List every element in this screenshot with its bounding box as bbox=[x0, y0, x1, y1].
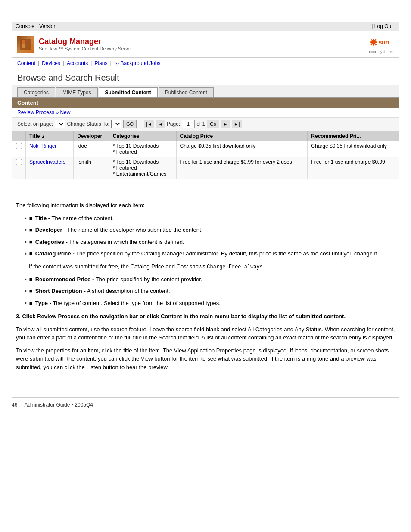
svg-rect-3 bbox=[26, 40, 29, 44]
row2-recommended-price: Free for 1 use and charge $0.99 bbox=[308, 157, 399, 179]
bullet-term-short-desc: Short Description - bbox=[35, 288, 86, 294]
page-title-section: Browse and Search Result bbox=[12, 69, 399, 85]
bullet-text-title: The name of the content. bbox=[52, 215, 114, 221]
footer-guide: Administrator Guide bbox=[24, 402, 70, 408]
nav-plans[interactable]: Plans bbox=[94, 60, 107, 66]
app-title: Catalog Manager bbox=[39, 37, 132, 46]
bullet-term-title: Title - bbox=[35, 215, 50, 221]
row2-title[interactable]: SpruceInvaders bbox=[29, 159, 65, 165]
app-window: Console | Version | Log Out | bbox=[12, 22, 399, 184]
tab-mime-types[interactable]: MIME Types bbox=[56, 87, 97, 97]
tabs-bar: Categories MIME Types Submitted Content … bbox=[12, 85, 399, 98]
bg-jobs-label: Background Jobs bbox=[121, 60, 161, 66]
bullet-text-recommended: The price specified by the content provi… bbox=[96, 276, 202, 283]
header-left: Catalog Manager Sun Java™ System Content… bbox=[17, 36, 132, 53]
tab-submitted-content[interactable]: Submitted Content bbox=[99, 87, 158, 97]
row2-catalog-price: Free for 1 use and charge $0.99 for ever… bbox=[176, 157, 308, 179]
clock-icon: ⊙ bbox=[114, 60, 119, 67]
main-content: The following information is displayed f… bbox=[12, 193, 399, 384]
app-subtitle: Sun Java™ System Content Delivery Server bbox=[39, 46, 132, 51]
svg-text:sun: sun bbox=[378, 38, 389, 46]
topbar-sep1: | bbox=[36, 23, 37, 29]
header-title-block: Catalog Manager Sun Java™ System Content… bbox=[39, 37, 132, 51]
list-item: ■ Developer - The name of the developer … bbox=[25, 226, 395, 234]
col-title[interactable]: Title bbox=[26, 131, 74, 141]
bullet-icon: ■ bbox=[29, 238, 33, 246]
content-table: Title Developer Categories Catalog Price… bbox=[12, 131, 399, 179]
step3-header-text: Click Review Process on the navigation b… bbox=[22, 313, 346, 320]
row1-categories: * Top 10 Downloads * Featured bbox=[109, 141, 176, 157]
row1-checkbox[interactable] bbox=[16, 143, 22, 149]
page-input[interactable] bbox=[182, 120, 195, 128]
col-categories: Categories bbox=[109, 131, 176, 141]
svg-rect-7 bbox=[373, 39, 374, 40]
sun-logo-icon: sun bbox=[368, 34, 394, 50]
nav-accounts[interactable]: Accounts bbox=[67, 60, 88, 66]
bullet-list: ■ Title - The name of the content. ■ Dev… bbox=[25, 214, 395, 258]
col-checkbox bbox=[12, 131, 26, 141]
breadcrumb-sep: » bbox=[56, 109, 60, 115]
bullet-term-type: Type - bbox=[35, 300, 51, 306]
row1-catalog-price: Charge $0.35 first download only bbox=[176, 141, 308, 157]
breadcrumb: Review Process » New bbox=[12, 108, 399, 117]
row1-developer: jdoe bbox=[74, 141, 109, 157]
svg-rect-1 bbox=[22, 40, 25, 44]
svg-rect-8 bbox=[373, 44, 374, 45]
tab-categories[interactable]: Categories bbox=[17, 87, 55, 97]
step3-para2: To view the properties for an item, clic… bbox=[16, 346, 395, 372]
nav-background-jobs[interactable]: ⊙ Background Jobs bbox=[114, 60, 161, 67]
prev-page-button[interactable]: ◄ bbox=[156, 120, 165, 128]
header-icon bbox=[17, 36, 34, 53]
logout-link[interactable]: Log Out bbox=[374, 23, 393, 29]
col-catalog-price: Catalog Price bbox=[176, 131, 308, 141]
tab-published-content[interactable]: Published Content bbox=[159, 87, 214, 97]
bullet-term-catalog-price: Catalog Price - bbox=[35, 250, 75, 257]
nav-content[interactable]: Content bbox=[17, 60, 35, 66]
svg-rect-5 bbox=[370, 41, 372, 43]
first-page-button[interactable]: |◄ bbox=[144, 120, 154, 128]
bullet-icon: ■ bbox=[29, 275, 33, 284]
change-status-dropdown[interactable] bbox=[111, 120, 121, 128]
nav-bar: Content | Devices | Accounts | Plans | ⊙… bbox=[12, 58, 399, 69]
row2-developer: rsmith bbox=[74, 157, 109, 179]
next-page-button[interactable]: ► bbox=[221, 120, 230, 128]
content-section: Content Review Process » New Select on p… bbox=[12, 98, 399, 184]
bullet-icon: ■ bbox=[29, 214, 33, 223]
page-title: Browse and Search Result bbox=[17, 73, 394, 83]
bullet-icon: ■ bbox=[29, 249, 33, 258]
intro-text: The following information is displayed f… bbox=[16, 201, 395, 210]
svg-rect-2 bbox=[22, 44, 25, 48]
toolbar: Select on page: Change Status To: GO | |… bbox=[12, 117, 399, 131]
list-item: ■ Type - The type of content. Select the… bbox=[25, 299, 395, 308]
bullet-term-categories: Categories - bbox=[35, 239, 68, 245]
page-wrapper: Console | Version | Log Out | bbox=[12, 9, 399, 408]
row2-checkbox[interactable] bbox=[16, 159, 22, 165]
row1-title[interactable]: Nok_Ringer bbox=[29, 143, 56, 149]
app-header: Catalog Manager Sun Java™ System Content… bbox=[12, 31, 399, 58]
version-link[interactable]: Version bbox=[39, 23, 56, 29]
footer-year: 2005Q4 bbox=[75, 402, 93, 408]
table-row: Nok_Ringer jdoe * Top 10 Downloads * Fea… bbox=[12, 141, 399, 157]
go-button[interactable]: GO bbox=[123, 120, 137, 128]
last-page-button[interactable]: ►| bbox=[232, 120, 242, 128]
topbar-sep2: | bbox=[371, 23, 373, 29]
col-recommended-price: Recommended Pri... bbox=[308, 131, 399, 141]
select-page-label: Select on page: bbox=[17, 121, 53, 127]
catalog-price-note: If the content was submitted for free, t… bbox=[29, 262, 395, 271]
bullet-term-recommended: Recommended Price - bbox=[35, 276, 94, 283]
row2-categories: * Top 10 Downloads * Featured * Entertai… bbox=[109, 157, 176, 179]
top-bar-nav: Console | Version bbox=[16, 23, 56, 29]
breadcrumb-review-process[interactable]: Review Process bbox=[17, 109, 54, 115]
content-section-header: Content bbox=[12, 98, 399, 108]
select-page-dropdown[interactable] bbox=[55, 120, 65, 128]
col-developer: Developer bbox=[74, 131, 109, 141]
breadcrumb-new[interactable]: New bbox=[60, 109, 70, 115]
topbar-sep3: | bbox=[394, 23, 395, 29]
bullet-icon: ■ bbox=[29, 226, 33, 234]
nav-devices[interactable]: Devices bbox=[42, 60, 60, 66]
console-link[interactable]: Console bbox=[16, 23, 34, 29]
bullet-term-developer: Developer - bbox=[35, 227, 66, 233]
go-page-button[interactable]: Go bbox=[207, 120, 219, 128]
bullet-icon: ■ bbox=[29, 299, 33, 308]
top-bar-right: | Log Out | bbox=[371, 23, 395, 29]
